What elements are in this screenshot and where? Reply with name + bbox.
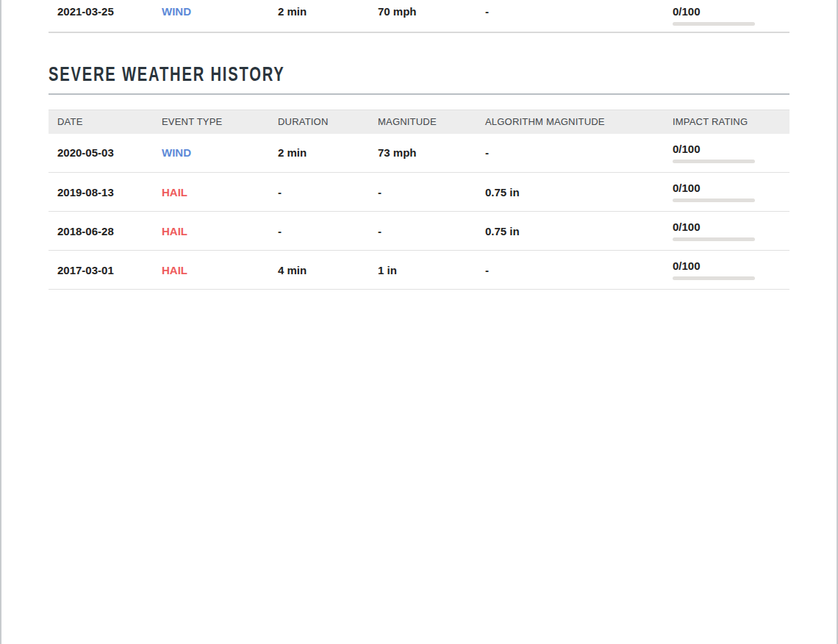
date-cell: 2021-03-25 bbox=[49, 0, 153, 32]
impact-rating-meter bbox=[673, 276, 755, 280]
column-header-duration: DURATION bbox=[269, 110, 369, 134]
section-header: SEVERE WEATHER HISTORY bbox=[49, 63, 789, 95]
impact-rating-value: 0/100 bbox=[673, 143, 784, 156]
duration-cell: 2 min bbox=[269, 0, 369, 32]
impact-rating-value: 0/100 bbox=[673, 221, 784, 234]
event-type-label: WIND bbox=[162, 146, 191, 159]
impact-rating-value: 0/100 bbox=[673, 260, 784, 273]
impact-rating-meter bbox=[673, 237, 755, 241]
date-cell: 2019-08-13 bbox=[49, 173, 153, 212]
duration-cell: - bbox=[269, 173, 369, 212]
date-cell: 2020-05-03 bbox=[49, 134, 153, 173]
algorithm-magnitude-cell: - bbox=[476, 251, 664, 290]
column-header-algorithm-magnitude: ALGORITHM MAGNITUDE bbox=[476, 110, 664, 134]
magnitude-cell: - bbox=[369, 212, 476, 251]
date-cell: 2017-03-01 bbox=[49, 251, 153, 290]
impact-rating-meter bbox=[673, 160, 755, 163]
impact-rating-value: 0/100 bbox=[673, 5, 784, 18]
column-header-impact-rating: IMPACT RATING bbox=[664, 110, 789, 134]
event-type-cell: HAIL bbox=[153, 251, 269, 290]
impact-rating-cell: 0/100 bbox=[664, 251, 789, 290]
table-row: 2017-03-01 HAIL 4 min 1 in - 0/100 bbox=[49, 251, 789, 290]
duration-cell: - bbox=[269, 212, 369, 251]
impact-rating-cell: 0/100 bbox=[664, 212, 789, 251]
magnitude-cell: 1 in bbox=[369, 251, 476, 290]
event-type-cell: HAIL bbox=[153, 173, 269, 212]
section-title: SEVERE WEATHER HISTORY bbox=[49, 63, 285, 85]
table-row: 2021-03-25 WIND 2 min 70 mph - 0/100 bbox=[49, 0, 789, 32]
event-type-cell: WIND bbox=[153, 134, 269, 173]
duration-cell: 4 min bbox=[269, 251, 369, 290]
table-row: 2020-05-03 WIND 2 min 73 mph - 0/100 bbox=[49, 134, 789, 173]
algorithm-magnitude-cell: 0.75 in bbox=[476, 173, 664, 212]
impact-rating-cell: 0/100 bbox=[664, 173, 789, 212]
algorithm-magnitude-cell: - bbox=[476, 134, 664, 173]
impact-rating-meter bbox=[673, 22, 755, 26]
column-header-date: DATE bbox=[49, 110, 153, 134]
impact-rating-meter bbox=[673, 198, 755, 202]
event-type-cell: WIND bbox=[153, 0, 269, 32]
event-type-cell: HAIL bbox=[153, 212, 269, 251]
table-row: 2019-08-13 HAIL - - 0.75 in 0/100 bbox=[49, 173, 789, 212]
event-type-label: HAIL bbox=[162, 186, 187, 198]
duration-cell: 2 min bbox=[269, 134, 369, 173]
column-header-event-type: EVENT TYPE bbox=[153, 110, 269, 134]
impact-rating-cell: 0/100 bbox=[664, 134, 789, 173]
date-cell: 2018-06-28 bbox=[49, 212, 153, 251]
event-type-label: HAIL bbox=[162, 264, 187, 276]
table-header-row: DATE EVENT TYPE DURATION MAGNITUDE ALGOR… bbox=[49, 110, 789, 134]
severe-weather-history-table: DATE EVENT TYPE DURATION MAGNITUDE ALGOR… bbox=[49, 110, 789, 290]
column-header-magnitude: MAGNITUDE bbox=[369, 110, 476, 134]
event-type-label: HAIL bbox=[162, 225, 187, 237]
event-type-label: WIND bbox=[162, 5, 191, 18]
magnitude-cell: 70 mph bbox=[369, 0, 476, 32]
magnitude-cell: 73 mph bbox=[369, 134, 476, 173]
weather-report-page: 2021-03-25 WIND 2 min 70 mph - 0/100 SEV… bbox=[0, 0, 838, 644]
table-row: 2018-06-28 HAIL - - 0.75 in 0/100 bbox=[49, 212, 789, 251]
impact-rating-value: 0/100 bbox=[673, 182, 784, 195]
algorithm-magnitude-cell: 0.75 in bbox=[476, 212, 664, 251]
impact-rating-cell: 0/100 bbox=[664, 0, 789, 32]
algorithm-magnitude-cell: - bbox=[476, 0, 664, 32]
magnitude-cell: - bbox=[369, 173, 476, 212]
previous-table-partial: 2021-03-25 WIND 2 min 70 mph - 0/100 bbox=[49, 0, 789, 33]
